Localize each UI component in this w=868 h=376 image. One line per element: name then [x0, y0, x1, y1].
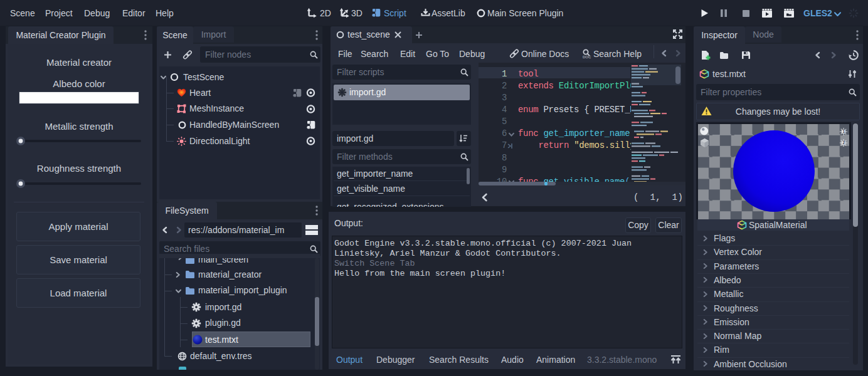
svg-text:2: 2 — [842, 140, 845, 145]
svg-text:DOC: DOC — [583, 55, 591, 59]
svg-text:1: 1 — [842, 129, 845, 133]
